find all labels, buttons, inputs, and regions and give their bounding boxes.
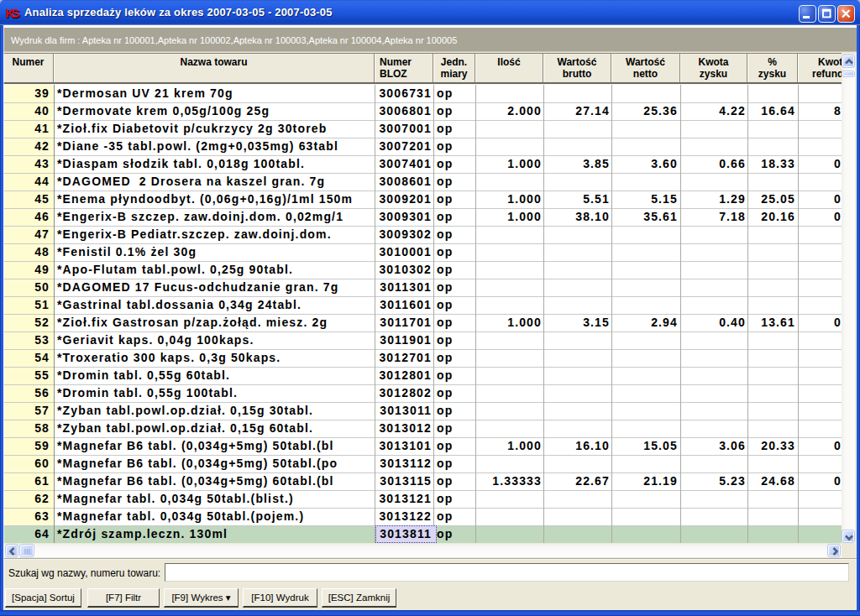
svg-text:KS: KS [6,6,20,19]
